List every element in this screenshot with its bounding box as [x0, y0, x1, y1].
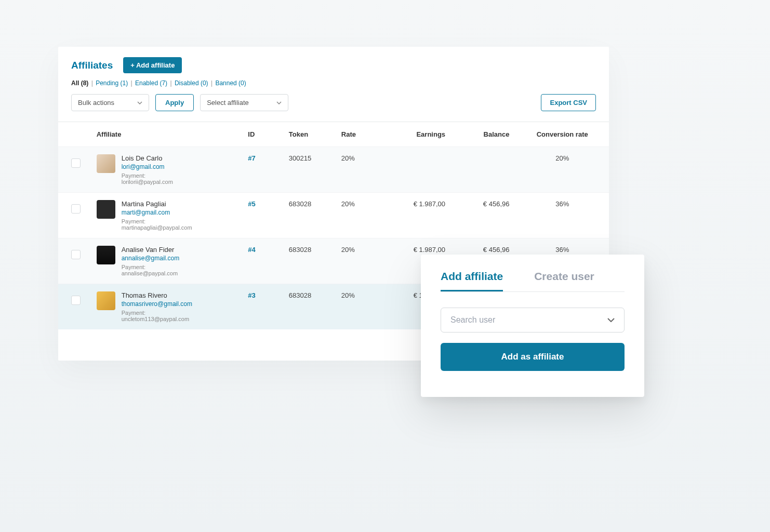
balance-value: € 456,96 [452, 193, 515, 238]
apply-button[interactable]: Apply [155, 94, 194, 111]
chevron-down-icon [276, 101, 282, 104]
token-value: 300215 [283, 147, 335, 193]
col-token: Token [283, 122, 335, 147]
table-row: Lois De Carlo lori@gmail.com Payment: lo… [58, 147, 609, 193]
affiliate-id[interactable]: #7 [248, 154, 255, 162]
payment-label: Payment: [122, 218, 192, 224]
tab-create-user[interactable]: Create user [534, 270, 594, 291]
earnings-value [388, 147, 452, 193]
affiliate-id[interactable]: #3 [248, 291, 255, 299]
row-checkbox[interactable] [71, 250, 81, 259]
earnings-value: € 1.987,00 [388, 193, 452, 238]
filter-all[interactable]: All (8) [71, 79, 88, 87]
affiliate-name: Lois De Carlo [122, 154, 173, 162]
avatar [97, 200, 115, 219]
payment-label: Payment: [122, 172, 173, 179]
token-value: 683028 [283, 284, 335, 330]
affiliate-id[interactable]: #5 [248, 200, 255, 208]
avatar [97, 246, 115, 264]
select-affiliate-select[interactable]: Select affiliate [200, 94, 288, 111]
chevron-down-icon [137, 101, 142, 104]
conversion-value: 36% [515, 193, 609, 238]
filter-enabled[interactable]: Enabled (7) [135, 79, 167, 87]
payment-label: Payment: [122, 310, 192, 316]
token-value: 683028 [283, 193, 335, 238]
affiliate-email[interactable]: thomasrivero@gmail.com [122, 300, 192, 308]
rate-value: 20% [335, 193, 388, 238]
add-affiliate-button[interactable]: + Add affiliate [123, 57, 182, 73]
payment-email: uncletom113@paypal.com [122, 316, 192, 322]
rate-value: 20% [335, 238, 388, 284]
select-affiliate-label: Select affiliate [207, 99, 249, 107]
chevron-down-icon [607, 318, 615, 322]
add-as-affiliate-button[interactable]: Add as affiliate [441, 343, 625, 371]
payment-label: Payment: [122, 264, 180, 270]
col-earnings: Earnings [388, 122, 452, 147]
rate-value: 20% [335, 284, 388, 330]
affiliate-name: Martina Pagliai [122, 200, 192, 208]
page-title: Affiliates [71, 60, 113, 71]
row-checkbox[interactable] [71, 158, 81, 168]
avatar [97, 154, 115, 173]
affiliate-email[interactable]: lori@gmail.com [122, 163, 173, 170]
search-user-select[interactable]: Search user [441, 308, 625, 332]
controls-row: Bulk actions Apply Select affiliate Expo… [58, 94, 609, 122]
popup-tabs: Add affiliate Create user [441, 270, 625, 292]
row-checkbox[interactable] [71, 296, 81, 305]
tab-add-affiliate[interactable]: Add affiliate [441, 270, 503, 291]
filter-banned[interactable]: Banned (0) [215, 79, 246, 87]
row-checkbox[interactable] [71, 204, 81, 214]
rate-value: 20% [335, 147, 388, 193]
bulk-actions-label: Bulk actions [78, 99, 114, 107]
table-row: Martina Pagliai marti@gmail.com Payment:… [58, 193, 609, 238]
payment-email: annalise@paypal.com [122, 270, 180, 276]
col-balance: Balance [452, 122, 515, 147]
col-conversion: Conversion rate [515, 122, 609, 147]
payment-email: lorilorii@paypal.com [122, 179, 173, 185]
bulk-actions-select[interactable]: Bulk actions [71, 94, 149, 111]
affiliate-email[interactable]: marti@gmail.com [122, 209, 192, 216]
export-csv-button[interactable]: Export CSV [541, 94, 596, 111]
avatar [97, 291, 115, 310]
affiliate-id[interactable]: #4 [248, 246, 255, 254]
panel-header: Affiliates + Add affiliate [58, 47, 609, 77]
conversion-value: 20% [515, 147, 609, 193]
affiliate-email[interactable]: annalise@gmail.com [122, 255, 180, 262]
add-affiliate-popup: Add affiliate Create user Search user Ad… [421, 255, 644, 397]
filter-tabs: All (8) | Pending (1) | Enabled (7) | Di… [58, 77, 609, 94]
filter-pending[interactable]: Pending (1) [96, 79, 128, 87]
col-affiliate: Affiliate [90, 122, 242, 147]
affiliate-name: Analise Van Fider [122, 246, 180, 254]
filter-disabled[interactable]: Disabled (0) [175, 79, 208, 87]
affiliate-name: Thomas Rivero [122, 291, 192, 299]
search-user-placeholder: Search user [450, 315, 495, 325]
payment-email: martinapagliai@paypal.com [122, 224, 192, 231]
token-value: 683028 [283, 238, 335, 284]
balance-value [452, 147, 515, 193]
col-rate: Rate [335, 122, 388, 147]
col-id: ID [242, 122, 283, 147]
